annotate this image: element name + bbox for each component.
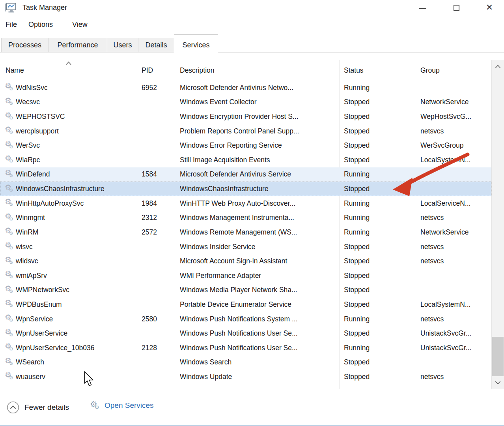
service-description: Microsoft Account Sign-in Assistant	[175, 257, 339, 265]
service-pid: 1584	[137, 170, 175, 178]
table-row-wercplsupport[interactable]: ⚙⚙ wercplsupport Problem Reports Control…	[0, 124, 491, 139]
service-status: Stopped	[339, 257, 415, 265]
minimize-button[interactable]	[413, 0, 432, 15]
service-gear-icon: ⚙⚙	[5, 141, 16, 151]
table-row-Winmgmt[interactable]: ⚙⚙ Winmgmt 2312 Windows Management Instr…	[0, 210, 491, 225]
table-row-WpnUserService[interactable]: ⚙⚙ WpnUserService Windows Push Notificat…	[0, 326, 491, 341]
service-status: Running	[339, 228, 415, 236]
table-row-WpnUserService_10b036[interactable]: ⚙⚙ WpnUserService_10b036 2128 Windows Pu…	[0, 341, 491, 355]
service-name: WEPHOSTSVC	[16, 113, 65, 121]
column-header-pid[interactable]: PID	[137, 60, 175, 81]
table-row-WdNisSvc[interactable]: ⚙⚙ WdNisSvc 6952 Microsoft Defender Anti…	[0, 81, 491, 95]
service-status: Stopped	[339, 127, 415, 135]
chevron-down-icon	[495, 381, 501, 385]
table-row-WinRM[interactable]: ⚙⚙ WinRM 2572 Windows Remote Management …	[0, 225, 491, 240]
service-name: WinDefend	[16, 170, 50, 178]
service-status: Stopped	[339, 300, 415, 309]
chevron-up-icon	[495, 65, 501, 68]
table-row-wisvc[interactable]: ⚙⚙ wisvc Windows Insider Service Stopped…	[0, 240, 491, 254]
fewer-details-button[interactable]: Fewer details	[7, 401, 69, 414]
services-table-body: ⚙⚙ WdNisSvc 6952 Microsoft Defender Anti…	[0, 81, 491, 384]
service-name: wuauserv	[16, 373, 45, 381]
tab-users[interactable]: Users	[107, 38, 138, 52]
service-pid: 2312	[137, 214, 175, 222]
service-gear-icon: ⚙⚙	[5, 256, 16, 266]
service-status: Running	[339, 344, 415, 352]
service-gear-icon: ⚙⚙	[5, 97, 16, 107]
service-name: WerSvc	[16, 141, 40, 150]
close-button[interactable]: ✕	[480, 0, 499, 15]
service-group: WerSvcGroup	[415, 141, 491, 150]
scrollbar-down-button[interactable]	[492, 376, 504, 389]
table-row-WinHttpAutoProxySvc[interactable]: ⚙⚙ WinHttpAutoProxySvc 1984 WinHTTP Web …	[0, 196, 491, 211]
table-row-WerSvc[interactable]: ⚙⚙ WerSvc Windows Error Reporting Servic…	[0, 138, 491, 153]
table-row-WSearch[interactable]: ⚙⚙ WSearch Windows Search Stopped	[0, 355, 491, 370]
service-status: Stopped	[339, 98, 415, 106]
table-row-WEPHOSTSVC[interactable]: ⚙⚙ WEPHOSTSVC Windows Encryption Provide…	[0, 109, 491, 124]
service-description: Windows Push Notifications User Se...	[175, 329, 339, 338]
service-gear-icon: ⚙⚙	[5, 285, 16, 295]
service-description: Still Image Acquisition Events	[175, 156, 339, 164]
maximize-button[interactable]	[446, 0, 466, 15]
column-header-group[interactable]: Group	[415, 60, 491, 81]
service-name: wmiApSrv	[16, 272, 47, 280]
services-gear-icon: ⚙⚙	[90, 400, 101, 411]
service-gear-icon: ⚙⚙	[5, 169, 16, 180]
menu-file[interactable]: File	[6, 21, 17, 29]
service-description: WindowsChaosInfrastructure	[175, 185, 339, 193]
service-pid: 6952	[137, 84, 175, 92]
service-name: WinHttpAutoProxySvc	[16, 199, 84, 208]
tab-details[interactable]: Details	[138, 38, 174, 52]
table-row-WindowsChaosInfrastructure[interactable]: ⚙⚙ WindowsChaosInfrastructure WindowsCha…	[0, 182, 491, 196]
table-row-WinDefend[interactable]: ⚙⚙ WinDefend 1584 Microsoft Defender Ant…	[0, 167, 491, 182]
table-row-wlidsvc[interactable]: ⚙⚙ wlidsvc Microsoft Account Sign-in Ass…	[0, 254, 491, 268]
service-description: Windows Media Player Network Sha...	[175, 286, 339, 294]
table-row-wmiApSrv[interactable]: ⚙⚙ wmiApSrv WMI Performance Adapter Stop…	[0, 268, 491, 283]
tab-services[interactable]: Services	[174, 34, 218, 55]
table-row-WpnService[interactable]: ⚙⚙ WpnService 2580 Windows Push Notifica…	[0, 312, 491, 327]
service-status: Stopped	[339, 358, 415, 366]
column-header-description[interactable]: Description	[175, 60, 339, 81]
table-row-WPDBusEnum[interactable]: ⚙⚙ WPDBusEnum Portable Device Enumerator…	[0, 297, 491, 312]
menu-options[interactable]: Options	[28, 21, 53, 29]
service-description: Windows Event Collector	[175, 98, 339, 106]
menu-view[interactable]: View	[72, 21, 88, 29]
table-row-WMPNetworkSvc[interactable]: ⚙⚙ WMPNetworkSvc Windows Media Player Ne…	[0, 283, 491, 298]
service-name: WSearch	[16, 358, 44, 366]
service-name: wlidsvc	[16, 257, 38, 265]
table-row-Wecsvc[interactable]: ⚙⚙ Wecsvc Windows Event Collector Stoppe…	[0, 95, 491, 110]
service-status: Stopped	[339, 286, 415, 294]
service-status: Stopped	[339, 373, 415, 381]
service-name: Winmgmt	[16, 214, 45, 222]
window-title: Task Manager	[22, 4, 67, 12]
tab-performance[interactable]: Performance	[48, 38, 107, 52]
column-header-status[interactable]: Status	[339, 60, 415, 81]
service-group: LocalSystemN...	[415, 300, 491, 309]
table-header: Name PID Description Status Group	[0, 60, 491, 81]
fewer-details-label: Fewer details	[24, 403, 69, 412]
tab-processes[interactable]: Processes	[1, 38, 49, 52]
service-group: UnistackSvcGr...	[415, 329, 491, 338]
table-row-wuauserv[interactable]: ⚙⚙ wuauserv Windows Update Stopped netsv…	[0, 370, 491, 384]
service-status: Stopped	[339, 156, 415, 164]
service-description: Windows Push Notifications User Se...	[175, 344, 339, 352]
service-group: netsvcs	[415, 373, 491, 381]
service-description: Windows Push Notifications System ...	[175, 315, 339, 323]
service-status: Running	[339, 84, 415, 92]
table-row-WiaRpc[interactable]: ⚙⚙ WiaRpc Still Image Acquisition Events…	[0, 153, 491, 167]
service-name: wisvc	[16, 243, 33, 251]
service-name: WpnUserService	[16, 329, 67, 338]
service-gear-icon: ⚙⚙	[5, 328, 16, 339]
scrollbar-up-button[interactable]	[492, 60, 504, 73]
service-description: Microsoft Defender Antivirus Netwo...	[175, 84, 339, 92]
maximize-icon	[454, 5, 459, 11]
service-gear-icon: ⚙⚙	[5, 357, 16, 368]
service-status: Running	[339, 170, 415, 178]
vertical-scrollbar[interactable]	[491, 60, 504, 389]
service-name: WdNisSvc	[16, 84, 48, 92]
scrollbar-thumb[interactable]	[492, 337, 504, 376]
open-services-link[interactable]: ⚙⚙ Open Services	[90, 400, 154, 411]
close-icon: ✕	[486, 3, 493, 12]
service-status: Stopped	[339, 329, 415, 338]
service-name: WPDBusEnum	[16, 300, 62, 309]
